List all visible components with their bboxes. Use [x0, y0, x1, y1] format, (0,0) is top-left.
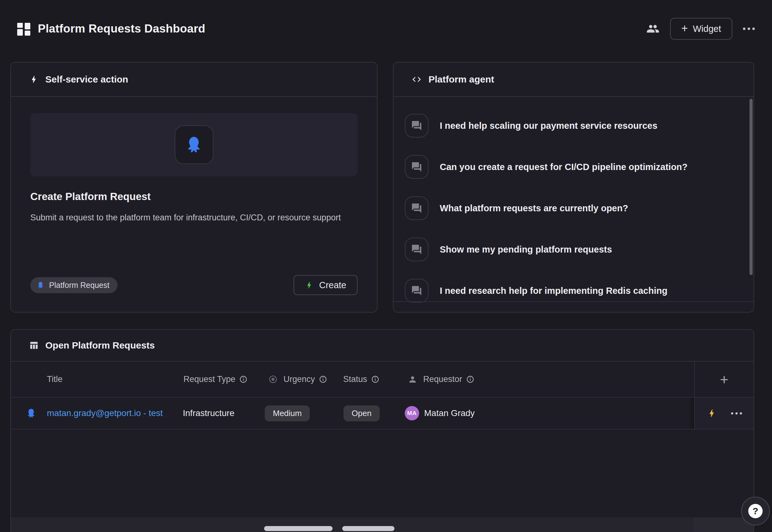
column-header-urgency[interactable]: Urgency	[283, 362, 327, 397]
create-button[interactable]: Create	[293, 275, 358, 295]
avatar-initials: MA	[405, 406, 419, 420]
horizontal-scrollbar-thumb[interactable]	[342, 526, 394, 531]
column-label: Request Type	[183, 374, 235, 384]
column-label: Title	[47, 374, 63, 384]
platform-request-chip[interactable]: Platform Request	[30, 277, 118, 293]
chat-forum-icon	[405, 279, 429, 303]
plus-icon: +	[720, 372, 729, 387]
agent-section-title: Platform agent	[429, 74, 494, 85]
request-title-link[interactable]: matan.grady@getport.io - test	[47, 398, 163, 429]
question-mark-icon: ?	[748, 504, 763, 518]
column-header-requestor[interactable]: Requestor	[423, 362, 474, 397]
column-label: Status	[343, 374, 367, 384]
plus-icon: +	[681, 23, 688, 34]
users-icon[interactable]	[646, 22, 659, 35]
agent-suggestion-item[interactable]: What platform requests are currently ope…	[405, 196, 735, 220]
header-actions: + Widget	[646, 18, 755, 40]
column-header-title[interactable]: Title	[47, 362, 63, 397]
chat-forum-icon	[405, 155, 429, 179]
self-service-footer: Platform Request Create	[30, 275, 358, 295]
self-service-body: Create Platform Request Submit a request…	[11, 97, 377, 224]
chat-forum-icon	[405, 196, 429, 220]
add-widget-label: Widget	[693, 24, 721, 34]
request-type-value: Infrastructure	[183, 398, 234, 429]
platform-requests-dashboard: { "page": { "title": "Platform Requests …	[0, 0, 772, 532]
self-service-action-card: Self-service action Create Platform Requ…	[10, 62, 378, 313]
lightning-bolt-icon	[29, 75, 38, 84]
create-button-label: Create	[319, 280, 346, 290]
horizontal-scrollbar-thumb[interactable]	[264, 526, 333, 531]
platform-agent-card: Platform agent I need help scaling our p…	[393, 62, 754, 313]
status-badge: Open	[343, 398, 380, 429]
port-octopus-icon	[184, 135, 204, 155]
run-action-bolt-icon[interactable]	[707, 408, 717, 418]
lightning-bolt-icon	[305, 281, 313, 289]
info-circle-icon	[466, 375, 474, 383]
dashboard-grid-icon	[17, 22, 30, 36]
code-brackets-icon	[412, 74, 422, 84]
page-title-group: Platform Requests Dashboard	[17, 22, 205, 36]
row-more-options-icon[interactable]	[731, 412, 742, 414]
row-actions-cell	[694, 398, 754, 429]
requests-section-title: Open Platform Requests	[45, 340, 155, 351]
agent-suggestion-text: Can you create a request for CI/CD pipel…	[440, 162, 688, 172]
requests-card-header: Open Platform Requests	[11, 330, 754, 362]
urgency-badge-label: Medium	[265, 405, 310, 421]
radio-dot-icon	[268, 362, 278, 397]
status-badge-label: Open	[343, 405, 380, 421]
info-circle-icon	[239, 375, 247, 383]
requestor-name: Matan Grady	[424, 398, 475, 429]
column-header-request-type[interactable]: Request Type	[183, 362, 247, 397]
table-header-row: Title Request Type Urgency Status Reques…	[11, 362, 754, 398]
add-column-button[interactable]: +	[694, 362, 754, 397]
add-widget-button[interactable]: + Widget	[670, 18, 732, 40]
port-octopus-icon	[26, 398, 37, 429]
agent-suggestion-text: What platform requests are currently ope…	[440, 203, 628, 213]
self-service-card-header: Self-service action	[11, 63, 377, 97]
info-circle-icon	[319, 375, 327, 383]
page-title: Platform Requests Dashboard	[38, 22, 205, 35]
agent-card-header: Platform agent	[394, 63, 754, 97]
info-circle-icon	[371, 375, 379, 383]
action-logo-tile	[175, 125, 213, 164]
table-row[interactable]: matan.grady@getport.io - test Infrastruc…	[11, 398, 754, 429]
requestor-avatar: MA	[405, 398, 419, 429]
open-platform-requests-card: Open Platform Requests Title Request Typ…	[10, 329, 754, 532]
action-title: Create Platform Request	[30, 191, 358, 203]
agent-footer-divider	[394, 301, 754, 302]
action-description: Submit a request to the platform team fo…	[30, 211, 346, 224]
port-octopus-icon	[37, 281, 45, 289]
more-options-icon[interactable]	[743, 28, 755, 30]
self-service-section-title: Self-service action	[45, 74, 128, 85]
agent-suggestion-item[interactable]: I need help scaling our payment service …	[405, 114, 735, 138]
chat-forum-icon	[405, 238, 429, 261]
page-header: Platform Requests Dashboard + Widget	[17, 17, 755, 41]
agent-suggestion-item[interactable]: Can you create a request for CI/CD pipel…	[405, 155, 735, 179]
platform-request-chip-label: Platform Request	[49, 281, 109, 290]
column-label: Requestor	[423, 374, 462, 384]
agent-suggestion-list: I need help scaling our payment service …	[394, 97, 754, 303]
agent-suggestion-item[interactable]: Show me my pending platform requests	[405, 238, 735, 261]
agent-suggestion-text: I need help scaling our payment service …	[440, 121, 657, 131]
agent-suggestion-text: Show me my pending platform requests	[440, 244, 612, 255]
urgency-badge: Medium	[265, 398, 310, 429]
agent-suggestion-item[interactable]: I need research help for implementing Re…	[405, 279, 735, 303]
column-label: Urgency	[283, 374, 315, 384]
table-columns-icon	[29, 341, 38, 350]
action-hero-panel	[30, 113, 358, 176]
person-icon	[408, 362, 417, 397]
column-header-status[interactable]: Status	[343, 362, 379, 397]
chat-forum-icon	[405, 114, 429, 138]
vertical-scrollbar-thumb[interactable]	[749, 99, 753, 275]
help-button[interactable]: ?	[741, 497, 770, 525]
agent-suggestion-text: I need research help for implementing Re…	[440, 286, 667, 296]
